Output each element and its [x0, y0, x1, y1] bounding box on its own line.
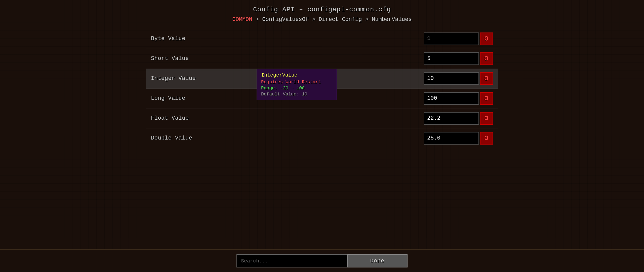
config-row-float-value: Float ValueC [146, 109, 498, 128]
short-value-input[interactable] [424, 52, 479, 65]
double-value-reset-button[interactable]: C [480, 132, 493, 145]
config-row-short-value: Short ValueC [146, 49, 498, 69]
float-value-reset-button[interactable]: C [480, 112, 493, 125]
long-value-input[interactable] [424, 92, 479, 105]
breadcrumb: COMMON > ConfigValuesOf > Direct Config … [232, 15, 412, 24]
config-row-byte-value: Byte ValueC [146, 29, 498, 49]
integer-value-input[interactable] [424, 72, 479, 85]
breadcrumb-directconfig: Direct Config [319, 16, 362, 23]
byte-value-input[interactable] [424, 32, 479, 45]
float-value-label: Float Value [151, 115, 189, 121]
breadcrumb-sep1: > [256, 16, 262, 23]
long-value-reset-button[interactable]: C [480, 92, 493, 105]
reset-icon: C [485, 55, 489, 62]
breadcrumb-configvaluesof: ConfigValuesOf [262, 16, 309, 23]
bottom-bar: Done [0, 249, 644, 272]
header: Config API – configapi-common.cfg COMMON… [232, 5, 412, 24]
config-row-double-value: Double ValueC [146, 128, 498, 148]
breadcrumb-common: COMMON [232, 16, 252, 23]
search-input[interactable] [236, 254, 347, 267]
float-value-input-group: C [424, 112, 493, 125]
reset-icon: C [485, 115, 489, 122]
reset-icon: C [485, 35, 489, 43]
byte-value-label: Byte Value [151, 36, 185, 42]
reset-icon: C [485, 95, 489, 102]
breadcrumb-numbervalues: NumberValues [372, 16, 412, 23]
reset-icon: C [485, 134, 489, 142]
tooltip-default: Default Value: 10 [261, 92, 333, 97]
byte-value-reset-button[interactable]: C [480, 32, 493, 45]
long-value-input-group: C [424, 92, 493, 105]
breadcrumb-sep2: > [312, 16, 318, 23]
config-content: Byte ValueCShort ValueCInteger ValueCLon… [146, 29, 498, 272]
tooltip-range: Range: -20 ~ 100 [261, 86, 333, 91]
double-value-label: Double Value [151, 135, 192, 141]
short-value-input-group: C [424, 52, 493, 65]
long-value-label: Long Value [151, 95, 185, 101]
double-value-input-group: C [424, 132, 493, 145]
short-value-reset-button[interactable]: C [480, 52, 493, 65]
byte-value-input-group: C [424, 32, 493, 45]
done-button[interactable]: Done [347, 254, 408, 267]
integer-value-input-group: C [424, 72, 493, 85]
tooltip-restart: Requires World Restart [261, 80, 333, 85]
double-value-input[interactable] [424, 132, 479, 145]
integer-value-label: Integer Value [151, 75, 196, 82]
page-title: Config API – configapi-common.cfg [232, 5, 412, 15]
short-value-label: Short Value [151, 55, 189, 62]
tooltip-title: IntegerValue [261, 72, 333, 78]
breadcrumb-sep3: > [365, 16, 372, 23]
integer-value-reset-button[interactable]: C [480, 72, 493, 85]
reset-icon: C [485, 75, 489, 82]
integer-value-tooltip: IntegerValue Requires World Restart Rang… [257, 69, 337, 100]
float-value-input[interactable] [424, 112, 479, 125]
